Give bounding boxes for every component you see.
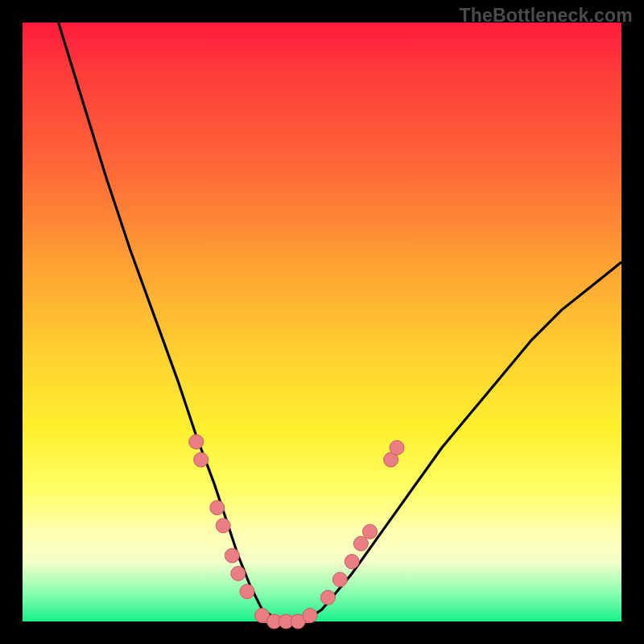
chart-plot-area <box>23 23 621 621</box>
bottleneck-curve <box>59 23 621 621</box>
chart-frame: TheBottleneck.com <box>0 0 644 644</box>
marker-dot <box>320 590 335 605</box>
marker-dots <box>189 435 404 629</box>
marker-dot <box>231 566 246 580</box>
marker-dot <box>363 524 378 539</box>
marker-dot <box>194 452 208 467</box>
marker-dot <box>345 555 359 569</box>
marker-dot <box>390 440 404 455</box>
chart-svg <box>23 23 621 621</box>
marker-dot <box>303 609 317 623</box>
marker-dot <box>225 548 239 563</box>
marker-dot <box>210 501 225 515</box>
marker-dot <box>216 518 230 533</box>
marker-dot <box>353 536 368 551</box>
marker-dot <box>332 572 347 587</box>
marker-dot <box>240 584 254 599</box>
marker-dot <box>189 435 204 449</box>
watermark-text: TheBottleneck.com <box>459 5 633 27</box>
